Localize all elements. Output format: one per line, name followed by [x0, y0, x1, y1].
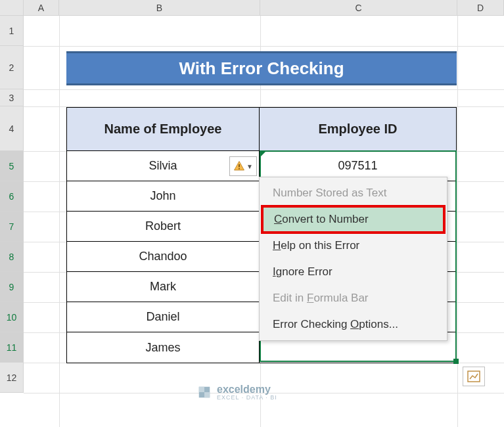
chevron-down-icon: ▼ [246, 163, 253, 170]
menu-title: Number Stored as Text [260, 180, 447, 206]
header-id: Employee ID [260, 108, 456, 151]
row-header-1[interactable]: 1 [0, 16, 24, 46]
spreadsheet: A B C D 1 2 3 4 5 6 7 8 9 10 11 12 With … [0, 0, 504, 427]
watermark: exceldemy EXCEL · DATA · BI [197, 384, 277, 401]
svg-rect-5 [199, 387, 204, 392]
header-name: Name of Employee [67, 108, 260, 151]
col-header-d[interactable]: D [457, 0, 504, 16]
row-header-4[interactable]: 4 [0, 106, 24, 151]
col-header-c[interactable]: C [260, 0, 457, 16]
menu-edit-formula-bar: Edit in Formula Bar [260, 285, 447, 311]
row-header-6[interactable]: 6 [0, 181, 24, 212]
error-menu: Number Stored as Text Convert to Number … [259, 177, 447, 341]
row-header-9[interactable]: 9 [0, 272, 24, 302]
row-header-3[interactable]: 3 [0, 89, 24, 106]
brand-icon [197, 385, 212, 399]
quick-analysis-button[interactable] [463, 367, 485, 386]
row-header-11[interactable]: 11 [0, 332, 24, 363]
menu-help-on-error[interactable]: Help on this Error [260, 233, 447, 259]
menu-error-checking-options[interactable]: Error Checking Options... [260, 311, 447, 338]
error-indicator-icon [260, 151, 266, 158]
svg-rect-1 [239, 164, 240, 168]
cell-name[interactable]: Robert [67, 212, 260, 242]
error-smart-tag[interactable]: ▼ [229, 156, 257, 176]
warning-icon [233, 160, 245, 172]
row-header-7[interactable]: 7 [0, 212, 24, 242]
cell-name[interactable]: James [67, 332, 260, 363]
svg-rect-6 [204, 392, 210, 397]
cell-name[interactable]: Daniel [67, 302, 260, 332]
section-title: With Error Checking [66, 51, 457, 85]
row-header-2[interactable]: 2 [0, 46, 24, 89]
menu-convert-to-number[interactable]: Convert to Number [261, 205, 446, 234]
cell-name[interactable]: Mark [67, 272, 260, 302]
select-all-corner[interactable] [0, 0, 24, 16]
cell-name[interactable]: John [67, 181, 260, 212]
column-headers: A B C D [0, 0, 504, 16]
brand-name: exceldemy [217, 384, 271, 395]
menu-ignore-error[interactable]: Ignore Error [260, 259, 447, 285]
col-header-b[interactable]: B [59, 0, 260, 16]
row-header-10[interactable]: 10 [0, 302, 24, 332]
row-header-8[interactable]: 8 [0, 242, 24, 272]
svg-rect-2 [239, 168, 240, 169]
col-header-a[interactable]: A [24, 0, 59, 16]
row-header-5[interactable]: 5 [0, 151, 24, 181]
cell-name[interactable]: Chandoo [67, 242, 260, 272]
row-header-12[interactable]: 12 [0, 363, 24, 393]
row-headers: 1 2 3 4 5 6 7 8 9 10 11 12 [0, 16, 24, 393]
brand-tagline: EXCEL · DATA · BI [217, 394, 277, 401]
quick-analysis-icon [467, 371, 480, 382]
